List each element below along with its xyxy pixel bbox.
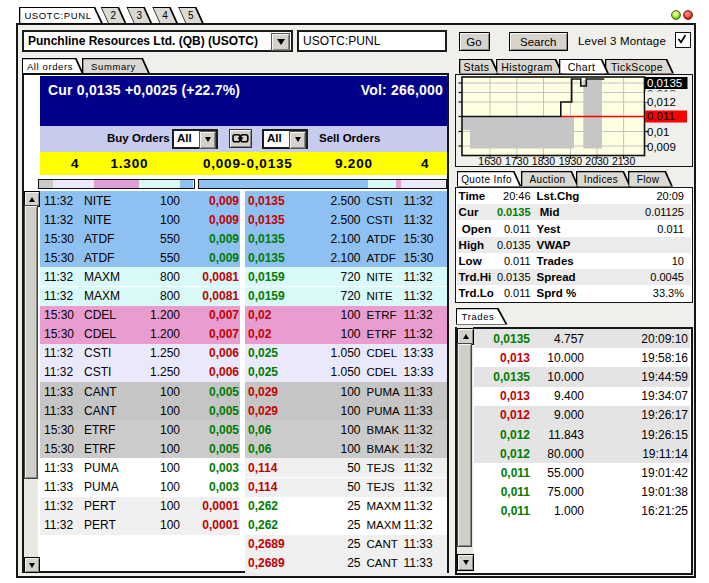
- svg-text:1930: 1930: [559, 155, 583, 167]
- svg-text:0,012: 0,012: [647, 95, 676, 107]
- svg-text:1830: 1830: [532, 155, 556, 167]
- svg-text:1730: 1730: [505, 155, 529, 167]
- svg-text:1630: 1630: [478, 155, 502, 167]
- svg-text:0,01: 0,01: [647, 126, 669, 138]
- svg-text:2130: 2130: [612, 155, 636, 167]
- svg-text:0,009: 0,009: [647, 141, 676, 153]
- svg-text:0,0135: 0,0135: [647, 77, 682, 89]
- svg-text:2030: 2030: [585, 155, 609, 167]
- svg-text:0,011: 0,011: [647, 110, 675, 122]
